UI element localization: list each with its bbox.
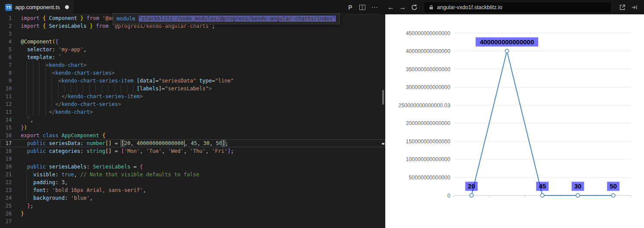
line-number[interactable]: 27 bbox=[0, 218, 12, 225]
y-axis-tick-label: 450000000000000 bbox=[406, 30, 450, 36]
code-line[interactable]: 9<kendo-chart-series-item [data]="series… bbox=[0, 77, 385, 85]
code-line[interactable]: 7<kendo-chart> bbox=[0, 61, 385, 69]
code-lines: 1import { Component } from '@angular/cor… bbox=[0, 14, 385, 225]
lock-icon bbox=[429, 5, 434, 10]
code-line-text: `, bbox=[21, 116, 33, 124]
line-number[interactable]: 12 bbox=[0, 100, 12, 108]
code-line[interactable]: 5selector: 'my-app', bbox=[0, 46, 385, 53]
code-line[interactable]: 8<kendo-chart-series> bbox=[0, 69, 385, 77]
code-line-text: </kendo-chart-series> bbox=[21, 100, 121, 108]
code-line-text: font: 'bold 16px Arial, sans-serif', bbox=[21, 186, 146, 194]
code-line[interactable]: 22padding: 3, bbox=[0, 178, 385, 186]
forward-button[interactable]: → bbox=[397, 1, 408, 13]
line-number[interactable]: 10 bbox=[0, 85, 12, 93]
format-code-button[interactable]: P bbox=[344, 1, 356, 13]
pane-resize-handle[interactable] bbox=[382, 90, 384, 105]
code-line-text: }) bbox=[21, 124, 27, 132]
code-line-text: <kendo-chart-series-item [data]="seriesD… bbox=[21, 77, 234, 85]
code-editor[interactable]: 1import { Component } from '@angular/cor… bbox=[0, 14, 385, 228]
code-line[interactable]: 20public seriesLabels: SeriesLabels = { bbox=[0, 163, 385, 171]
line-number[interactable]: 26 bbox=[0, 210, 12, 218]
code-line[interactable]: 12</kendo-chart-series> bbox=[0, 100, 385, 108]
line-number[interactable]: 14 bbox=[0, 116, 12, 124]
code-line[interactable]: 23font: 'bold 16px Arial, sans-serif', bbox=[0, 186, 385, 194]
line-number[interactable]: 4 bbox=[0, 38, 12, 46]
code-line[interactable]: 26} bbox=[0, 210, 385, 218]
point-label: 45 bbox=[539, 182, 546, 190]
code-line[interactable]: 3 bbox=[0, 30, 385, 38]
url-bar[interactable]: angular-vxdo1f.stackblitz.io bbox=[424, 2, 611, 12]
series-point[interactable] bbox=[505, 49, 509, 53]
editor-scrollbar[interactable] bbox=[381, 14, 385, 228]
line-number[interactable]: 9 bbox=[0, 77, 12, 85]
line-number[interactable]: 5 bbox=[0, 46, 12, 53]
line-number[interactable]: 3 bbox=[0, 30, 12, 38]
more-actions-button[interactable]: ⋯ bbox=[368, 1, 381, 13]
line-number[interactable]: 16 bbox=[0, 132, 12, 139]
tab-label: app.component.ts bbox=[15, 4, 60, 10]
y-axis-tick-label: 50000000000000 bbox=[409, 175, 450, 181]
series-point[interactable] bbox=[611, 194, 615, 197]
code-line[interactable]: 17public seriesData: number[] = [20, 400… bbox=[0, 139, 385, 147]
code-line[interactable]: 19 bbox=[0, 155, 385, 163]
code-line[interactable]: 25}; bbox=[0, 202, 385, 210]
line-number[interactable]: 20 bbox=[0, 163, 12, 171]
code-line[interactable]: 11</kendo-chart-series-item> bbox=[0, 93, 385, 100]
code-line-text: padding: 3, bbox=[21, 178, 68, 186]
code-line-text: template: ` bbox=[21, 53, 62, 61]
line-number[interactable]: 2 bbox=[0, 22, 12, 30]
code-line-text: <kendo-chart> bbox=[21, 61, 87, 69]
topbar: TS app.component.ts P ⋯ ← → angular-vxdo… bbox=[0, 0, 644, 14]
line-number[interactable]: 7 bbox=[0, 61, 12, 69]
code-line[interactable]: 24background: 'blue', bbox=[0, 194, 385, 202]
tab-app-component-ts[interactable]: TS app.component.ts bbox=[0, 0, 75, 14]
code-line[interactable]: 21visible: true, // Note that visible de… bbox=[0, 171, 385, 178]
series-point[interactable] bbox=[576, 194, 579, 197]
preview-toolbar: ← → angular-vxdo1f.stackblitz.io bbox=[381, 0, 644, 14]
code-line-text: }; bbox=[21, 202, 33, 210]
line-number[interactable]: 8 bbox=[0, 69, 12, 77]
line-number[interactable]: 17 bbox=[0, 139, 12, 147]
code-line[interactable]: 6template: ` bbox=[0, 53, 385, 61]
tooltip-module-path[interactable]: "stackblitz:/node_modules/@progress/kend… bbox=[139, 16, 336, 22]
line-number[interactable]: 15 bbox=[0, 124, 12, 132]
open-in-new-window-button[interactable] bbox=[616, 1, 628, 13]
code-line[interactable]: 14`, bbox=[0, 116, 385, 124]
line-number[interactable]: 18 bbox=[0, 147, 12, 155]
line-number[interactable]: 21 bbox=[0, 171, 12, 178]
code-line-text: } bbox=[21, 210, 24, 218]
split-editor-button[interactable] bbox=[356, 1, 368, 13]
y-axis-tick-label: 100000000000000 bbox=[406, 156, 450, 162]
y-axis-tick-label: 0 bbox=[447, 193, 450, 199]
code-line-text: @Component({ bbox=[21, 38, 59, 46]
line-number[interactable]: 1 bbox=[0, 14, 12, 22]
line-number[interactable]: 25 bbox=[0, 202, 12, 210]
y-axis-tick-label: 400000000000000 bbox=[406, 48, 450, 54]
code-line[interactable]: 18public categories: string[] = ['Mon', … bbox=[0, 147, 385, 155]
line-number[interactable]: 11 bbox=[0, 93, 12, 100]
y-axis-tick-label: 300000000000000 bbox=[406, 84, 450, 90]
code-line-text: </kendo-chart> bbox=[21, 108, 93, 116]
line-number[interactable]: 6 bbox=[0, 53, 12, 61]
code-line-text: <kendo-chart-series> bbox=[21, 69, 115, 77]
series-point[interactable] bbox=[470, 194, 473, 197]
code-line[interactable]: 27 bbox=[0, 218, 385, 225]
line-number[interactable]: 19 bbox=[0, 155, 12, 163]
hover-tooltip: module "stackblitz:/node_modules/@progre… bbox=[113, 13, 340, 24]
tooltip-module-keyword: module bbox=[117, 16, 135, 22]
line-number[interactable]: 22 bbox=[0, 178, 12, 186]
series-point[interactable] bbox=[540, 194, 544, 197]
y-axis-tick-label: 250000000000000.03 bbox=[398, 102, 450, 109]
typescript-file-icon: TS bbox=[5, 4, 12, 11]
line-number[interactable]: 13 bbox=[0, 108, 12, 116]
refresh-button[interactable] bbox=[408, 1, 420, 13]
code-line[interactable]: 16export class AppComponent { bbox=[0, 132, 385, 139]
line-number[interactable]: 23 bbox=[0, 186, 12, 194]
code-line[interactable]: 15}) bbox=[0, 124, 385, 132]
back-button[interactable]: ← bbox=[385, 1, 397, 13]
code-line[interactable]: 10[labels]="seriesLabels"> bbox=[0, 85, 385, 93]
dock-preview-button[interactable] bbox=[628, 1, 641, 13]
code-line[interactable]: 13</kendo-chart> bbox=[0, 108, 385, 116]
line-number[interactable]: 24 bbox=[0, 194, 12, 202]
code-line[interactable]: 4@Component({ bbox=[0, 38, 385, 46]
